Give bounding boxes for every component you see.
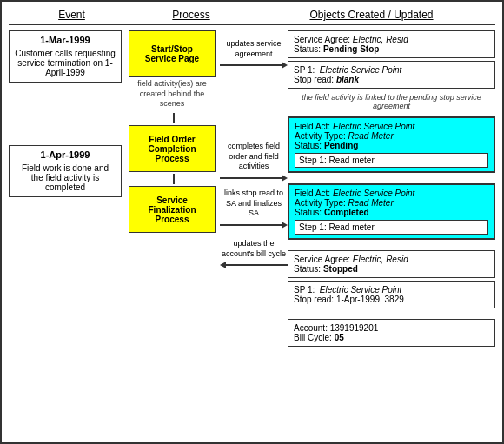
gap-1: [288, 176, 495, 181]
process-box-3: Service Finalization Process: [129, 186, 216, 233]
obj1a-text: Service Agree: Electric, ResidStatus: Pe…: [294, 35, 408, 54]
event-desc-2: Field work is done and the field activit…: [15, 163, 116, 192]
objects-group-2: Field Act: Electric Service PointActivit…: [288, 183, 495, 240]
arrow-area-2: completes field order and field activiti…: [220, 138, 288, 185]
arrow-area-1b: [220, 77, 288, 138]
process-header: Process: [135, 9, 248, 21]
v-line-2: [173, 174, 175, 184]
obj3b-text: SP 1: Electric Service PointStop read: 1…: [294, 285, 404, 304]
step-box-2a: Step 1: Read meter: [295, 220, 488, 235]
arrow-area-4: updates the account's bill cycle: [220, 232, 288, 275]
arrow-1: [220, 62, 288, 69]
objects-group-1: Service Agree: Electric, ResidStatus: Pe…: [288, 30, 495, 112]
header-row: Event Process Objects Created / Updated: [9, 9, 495, 25]
object-box-3a: Service Agree: Electric, ResidStatus: St…: [288, 250, 495, 278]
object-box-1b: SP 1: Electric Service PointStop read: b…: [288, 61, 495, 89]
process-label-1: Start/Stop Service Page: [135, 44, 209, 63]
object-box-4a: Account: 1391919201Bill Cycle: 05: [288, 319, 495, 347]
step-text-2a: Step 1: Read meter: [299, 222, 375, 232]
event-box-2: 1-Apr-1999 Field work is done and the fi…: [9, 145, 122, 197]
note-1: the field activity is linked to the pend…: [288, 93, 495, 110]
arrow-area-1: updates service agreement: [220, 30, 288, 77]
object-box-1c: Field Act: Electric Service PointActivit…: [288, 116, 495, 173]
object-box-1a: Service Agree: Electric, ResidStatus: Pe…: [288, 30, 495, 58]
diagram-container: Event Process Objects Created / Updated …: [0, 0, 504, 444]
v-line-1: [173, 113, 175, 123]
field-activity-desc: field activity(ies) are created behind t…: [129, 79, 216, 109]
objects-group-4: Account: 1391919201Bill Cycle: 05: [288, 319, 495, 347]
objects-group-3: Service Agree: Electric, ResidStatus: St…: [288, 250, 495, 308]
event-desc-1: Customer calls requesting service termin…: [15, 49, 116, 77]
event-date-2: 1-Apr-1999: [15, 149, 116, 160]
arrow-desc-3: links stop read to SA and finalizes SA: [220, 189, 288, 219]
event-box-1: 1-Mar-1999 Customer calls requesting ser…: [9, 30, 122, 83]
gap-3: [288, 311, 495, 316]
obj4a-text: Account: 1391919201Bill Cycle: 05: [294, 323, 378, 342]
event-date-1: 1-Mar-1999: [15, 35, 116, 45]
process-box-2: Field Order Completion Process: [129, 125, 216, 172]
object-box-2a: Field Act: Electric Service PointActivit…: [288, 183, 495, 240]
step-box-1c: Step 1: Read meter: [295, 153, 488, 168]
objects-header: Objects Created / Updated: [248, 9, 495, 21]
arrow-desc-1: updates service agreement: [220, 39, 288, 59]
arrow-area-3: links stop read to SA and finalizes SA: [220, 185, 288, 232]
arrow-desc-2: completes field order and field activiti…: [220, 142, 288, 172]
event-header: Event: [9, 9, 135, 21]
arrow-3: [220, 222, 288, 229]
event-spacer-1: [9, 86, 125, 145]
obj1c-text: Field Act: Electric Service PointActivit…: [295, 122, 414, 150]
process-box-1: Start/Stop Service Page: [129, 30, 216, 77]
process-label-3: Service Finalization Process: [135, 195, 209, 224]
objects-group-1b: Field Act: Electric Service PointActivit…: [288, 116, 495, 173]
arrow-desc-4: updates the account's bill cycle: [220, 239, 288, 259]
objects-column: Service Agree: Electric, ResidStatus: Pe…: [288, 30, 495, 347]
object-box-3b: SP 1: Electric Service PointStop read: 1…: [288, 281, 495, 308]
gap-2: [288, 242, 495, 248]
arrow-2: [220, 175, 288, 182]
obj2a-text: Field Act: Electric Service PointActivit…: [295, 189, 414, 217]
diagram-body: 1-Mar-1999 Customer calls requesting ser…: [9, 30, 495, 347]
obj1b-text: SP 1: Electric Service PointStop read: b…: [294, 65, 401, 84]
arrow-4: [220, 262, 288, 268]
arrow-column: updates service agreement completes fiel…: [220, 30, 288, 347]
event-column: 1-Mar-1999 Customer calls requesting ser…: [9, 30, 129, 347]
process-column: Start/Stop Service Page field activity(i…: [129, 30, 220, 347]
step-text-1c: Step 1: Read meter: [299, 156, 375, 165]
process-label-2: Field Order Completion Process: [135, 135, 209, 163]
obj3a-text: Service Agree: Electric, ResidStatus: St…: [294, 255, 408, 274]
